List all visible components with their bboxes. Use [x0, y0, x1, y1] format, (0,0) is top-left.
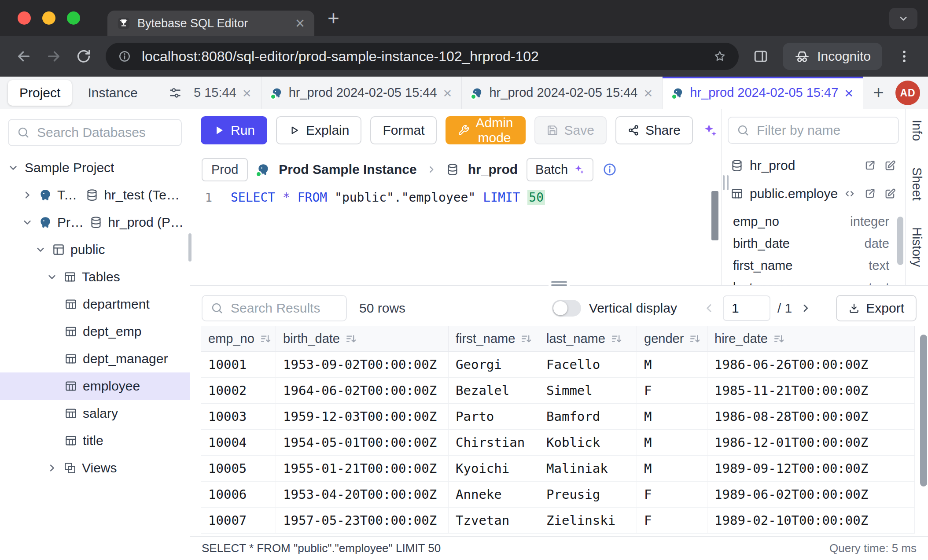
result-cell[interactable]: 1986-08-28T00:00:00Z	[707, 404, 915, 430]
column-header-first-name[interactable]: first_name	[449, 326, 539, 352]
result-cell[interactable]: 1964-06-02T00:00:00Z	[276, 378, 449, 404]
ai-sparkle-icon[interactable]	[702, 122, 718, 138]
new-tab-button[interactable]: +	[328, 8, 339, 28]
result-cell[interactable]: 1989-02-10T00:00:00Z	[707, 508, 915, 534]
sort-icon[interactable]	[773, 333, 785, 345]
sql-editor[interactable]: 1 SELECT * FROM "public"."employee" LIMI…	[190, 188, 721, 285]
caret-right-icon[interactable]	[46, 462, 58, 474]
column-row-last-name[interactable]: last_nametext	[733, 276, 889, 285]
instance-name[interactable]: Prod Sample Instance	[279, 162, 416, 177]
tree-item-test[interactable]: Testhr_test (Test…	[0, 181, 190, 209]
info-icon[interactable]	[602, 162, 617, 177]
schema-scrollbar[interactable]	[897, 217, 903, 265]
sort-icon[interactable]	[260, 333, 272, 345]
caret-down-icon[interactable]	[46, 271, 58, 283]
column-header-hire-date[interactable]: hire_date	[707, 326, 915, 352]
sort-icon[interactable]	[611, 333, 623, 345]
result-cell[interactable]: 1986-06-26T00:00:00Z	[707, 352, 915, 378]
tree-item-salary[interactable]: salary	[0, 400, 190, 427]
caret-right-icon[interactable]	[21, 189, 33, 201]
result-cell[interactable]: Simmel	[539, 378, 637, 404]
sort-icon[interactable]	[689, 333, 701, 345]
result-cell[interactable]: 1955-01-21T00:00:00Z	[276, 456, 449, 482]
result-cell[interactable]: 1953-04-20T00:00:00Z	[276, 482, 449, 508]
save-button[interactable]: Save	[534, 116, 607, 144]
result-cell[interactable]: 10005	[201, 456, 276, 482]
result-cell[interactable]: Georgi	[449, 352, 539, 378]
back-icon[interactable]	[16, 48, 32, 64]
result-cell[interactable]: M	[637, 404, 707, 430]
tree-item-title[interactable]: title	[0, 427, 190, 454]
result-cell[interactable]: F	[637, 482, 707, 508]
query-tab[interactable]: hr_prod 2024-02-05 15:44×	[462, 77, 663, 109]
run-button[interactable]: Run	[201, 116, 267, 144]
column-header-birth-date[interactable]: birth_date	[276, 326, 449, 352]
browser-tab[interactable]: Bytebase SQL Editor ×	[107, 11, 314, 36]
export-button[interactable]: Export	[836, 295, 917, 321]
column-row-emp-no[interactable]: emp_nointeger	[733, 210, 889, 232]
result-cell[interactable]: 10007	[201, 508, 276, 534]
close-tab-icon[interactable]: ×	[844, 85, 853, 100]
result-cell[interactable]: 10002	[201, 378, 276, 404]
site-info-icon[interactable]	[118, 50, 131, 63]
caret-down-icon[interactable]	[7, 162, 19, 174]
zoom-window-button[interactable]	[67, 11, 80, 25]
format-button[interactable]: Format	[370, 116, 437, 144]
column-header-emp-no[interactable]: emp_no	[201, 326, 276, 352]
result-cell[interactable]: M	[637, 430, 707, 456]
bookmark-star-icon[interactable]	[713, 50, 726, 63]
result-cell[interactable]: Preusig	[539, 482, 637, 508]
user-avatar[interactable]: AD	[895, 81, 920, 105]
result-cell[interactable]: Facello	[539, 352, 637, 378]
forward-icon[interactable]	[46, 48, 62, 64]
prev-page-button[interactable]	[703, 302, 716, 315]
schema-table-row[interactable]: public.employe	[722, 180, 905, 208]
close-tab-icon[interactable]: ×	[443, 85, 452, 100]
external-link-icon[interactable]	[864, 159, 876, 172]
result-cell[interactable]: Bamford	[539, 404, 637, 430]
close-tab-icon[interactable]: ×	[295, 15, 305, 31]
tree-settings-icon[interactable]	[169, 86, 182, 99]
result-cell[interactable]: Anneke	[449, 482, 539, 508]
close-tab-icon[interactable]: ×	[243, 85, 251, 100]
result-cell[interactable]: M	[637, 352, 707, 378]
result-cell[interactable]: 10001	[201, 352, 276, 378]
result-cell[interactable]: Bezalel	[449, 378, 539, 404]
result-cell[interactable]: Koblick	[539, 430, 637, 456]
result-cell[interactable]: Kyoichi	[449, 456, 539, 482]
admin-mode-button[interactable]: Admin mode	[446, 116, 525, 144]
reload-icon[interactable]	[76, 48, 92, 64]
query-tab[interactable]: 5 15:44×	[190, 77, 261, 109]
new-query-tab-button[interactable]: +	[863, 77, 894, 109]
explain-button[interactable]: Explain	[276, 116, 361, 144]
results-resize-handle[interactable]	[190, 285, 928, 291]
tree-item-dept-emp[interactable]: dept_emp	[0, 318, 190, 345]
result-cell[interactable]: Tzvetan	[449, 508, 539, 534]
result-cell[interactable]: 1957-05-23T00:00:00Z	[276, 508, 449, 534]
tab-list-chevron-icon[interactable]	[889, 8, 917, 29]
database-search-input[interactable]: Search Databases	[8, 119, 182, 146]
result-cell[interactable]: Chirstian	[449, 430, 539, 456]
external-link-icon[interactable]	[864, 188, 876, 200]
sidebar-resize-handle[interactable]	[188, 233, 191, 262]
result-cell[interactable]: 1954-05-01T00:00:00Z	[276, 430, 449, 456]
result-cell[interactable]: 1986-12-01T00:00:00Z	[707, 430, 915, 456]
tree-item-tables[interactable]: Tables	[0, 263, 190, 291]
tab-instance[interactable]: Instance	[76, 80, 149, 106]
tree-item-prod[interactable]: Prodhr_prod (Pr…	[0, 209, 190, 236]
side-panel-icon[interactable]	[753, 48, 769, 64]
result-cell[interactable]: Parto	[449, 404, 539, 430]
rail-tab-history[interactable]: History	[910, 227, 924, 267]
results-scrollbar[interactable]	[920, 335, 927, 486]
share-button[interactable]: Share	[615, 116, 693, 144]
sort-icon[interactable]	[345, 333, 357, 345]
result-cell[interactable]: Zielinski	[539, 508, 637, 534]
tree-item-public[interactable]: public	[0, 236, 190, 263]
column-header-gender[interactable]: gender	[637, 326, 707, 352]
next-page-button[interactable]	[799, 302, 812, 315]
result-cell[interactable]: F	[637, 378, 707, 404]
result-cell[interactable]: M	[637, 456, 707, 482]
result-cell[interactable]: 1959-12-03T00:00:00Z	[276, 404, 449, 430]
batch-button[interactable]: Batch	[527, 158, 593, 181]
caret-down-icon[interactable]	[21, 216, 33, 228]
